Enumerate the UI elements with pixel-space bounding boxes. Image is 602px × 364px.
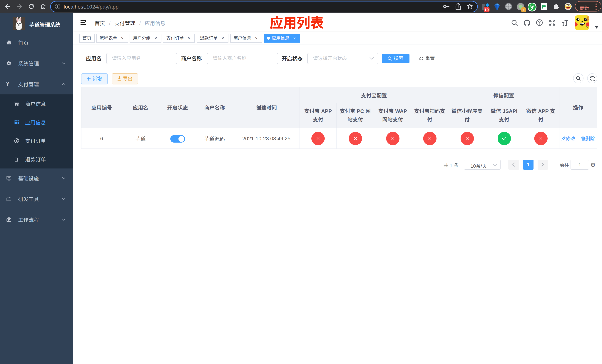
svg-text:10: 10 <box>484 8 489 12</box>
svg-text:1: 1 <box>523 8 525 12</box>
